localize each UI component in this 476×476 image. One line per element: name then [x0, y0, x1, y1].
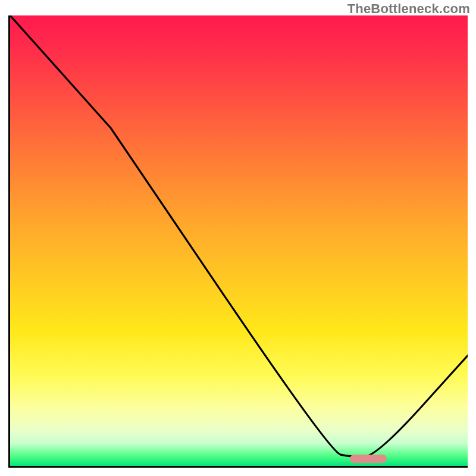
- bottleneck-curve: [10, 15, 468, 466]
- watermark-text: TheBottleneck.com: [347, 1, 470, 17]
- curve-path: [10, 15, 468, 457]
- plot-area: [8, 15, 468, 468]
- chart-container: TheBottleneck.com: [0, 0, 476, 476]
- optimal-range-marker: [350, 455, 387, 463]
